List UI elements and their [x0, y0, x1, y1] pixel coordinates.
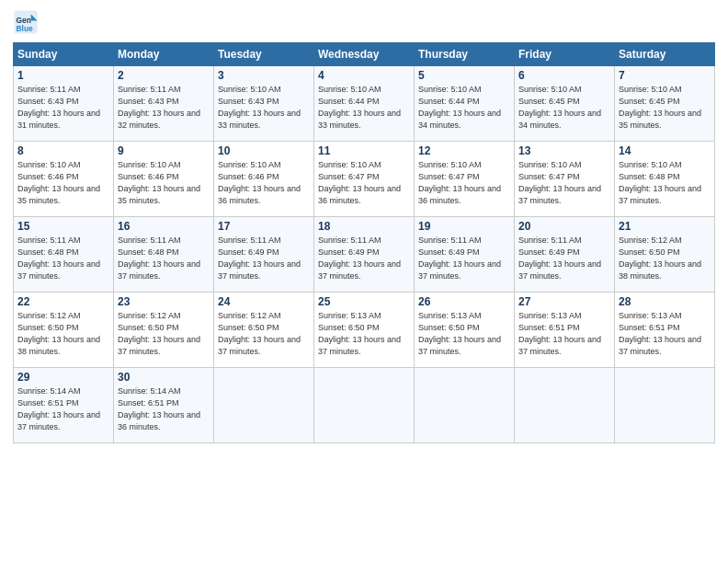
calendar-day-8: 8Sunrise: 5:10 AMSunset: 6:46 PMDaylight… [14, 142, 114, 217]
calendar-day-3: 3Sunrise: 5:10 AMSunset: 6:43 PMDaylight… [214, 66, 314, 142]
calendar-day-30: 30Sunrise: 5:14 AMSunset: 6:51 PMDayligh… [114, 368, 214, 443]
day-number: 7 [619, 69, 711, 82]
day-info: Sunrise: 5:12 AMSunset: 6:50 PMDaylight:… [118, 310, 210, 358]
calendar-week-2: 8Sunrise: 5:10 AMSunset: 6:46 PMDaylight… [14, 142, 715, 217]
calendar-day-29: 29Sunrise: 5:14 AMSunset: 6:51 PMDayligh… [14, 368, 114, 443]
calendar-day-18: 18Sunrise: 5:11 AMSunset: 6:49 PMDayligh… [314, 217, 415, 293]
calendar-day-25: 25Sunrise: 5:13 AMSunset: 6:50 PMDayligh… [314, 293, 415, 368]
day-number: 19 [418, 220, 510, 233]
day-number: 1 [17, 69, 109, 82]
day-number: 9 [118, 144, 210, 157]
day-number: 18 [318, 220, 410, 233]
empty-day [214, 368, 314, 443]
day-info: Sunrise: 5:11 AMSunset: 6:43 PMDaylight:… [17, 84, 109, 132]
calendar-week-3: 15Sunrise: 5:11 AMSunset: 6:48 PMDayligh… [14, 217, 715, 293]
day-number: 30 [118, 371, 210, 384]
day-info: Sunrise: 5:11 AMSunset: 6:49 PMDaylight:… [518, 235, 610, 282]
weekday-thursday: Thursday [415, 43, 515, 66]
day-number: 15 [17, 220, 109, 233]
day-number: 2 [118, 69, 210, 82]
day-number: 4 [318, 69, 410, 82]
day-info: Sunrise: 5:13 AMSunset: 6:51 PMDaylight:… [619, 310, 711, 358]
calendar-day-14: 14Sunrise: 5:10 AMSunset: 6:48 PMDayligh… [615, 142, 715, 217]
calendar-day-6: 6Sunrise: 5:10 AMSunset: 6:45 PMDaylight… [515, 66, 615, 142]
calendar-day-7: 7Sunrise: 5:10 AMSunset: 6:45 PMDaylight… [615, 66, 715, 142]
empty-day [615, 368, 715, 443]
calendar-day-20: 20Sunrise: 5:11 AMSunset: 6:49 PMDayligh… [515, 217, 615, 293]
day-info: Sunrise: 5:10 AMSunset: 6:46 PMDaylight:… [218, 159, 310, 207]
day-number: 21 [619, 220, 711, 233]
day-number: 12 [418, 144, 510, 157]
day-info: Sunrise: 5:10 AMSunset: 6:44 PMDaylight:… [318, 84, 410, 132]
calendar-week-1: 1Sunrise: 5:11 AMSunset: 6:43 PMDaylight… [14, 66, 715, 142]
day-number: 11 [318, 144, 410, 157]
day-info: Sunrise: 5:11 AMSunset: 6:49 PMDaylight:… [318, 235, 410, 282]
logo-icon: Gen Blue [13, 9, 39, 35]
weekday-monday: Monday [114, 43, 214, 66]
calendar-table: SundayMondayTuesdayWednesdayThursdayFrid… [13, 42, 715, 443]
weekday-header-row: SundayMondayTuesdayWednesdayThursdayFrid… [14, 43, 715, 66]
svg-text:Blue: Blue [17, 24, 33, 33]
weekday-tuesday: Tuesday [214, 43, 314, 66]
calendar-day-23: 23Sunrise: 5:12 AMSunset: 6:50 PMDayligh… [114, 293, 214, 368]
calendar-day-12: 12Sunrise: 5:10 AMSunset: 6:47 PMDayligh… [415, 142, 515, 217]
day-info: Sunrise: 5:10 AMSunset: 6:47 PMDaylight:… [518, 159, 610, 207]
calendar-day-27: 27Sunrise: 5:13 AMSunset: 6:51 PMDayligh… [515, 293, 615, 368]
day-info: Sunrise: 5:10 AMSunset: 6:45 PMDaylight:… [518, 84, 610, 132]
day-number: 3 [218, 69, 310, 82]
day-number: 25 [318, 295, 410, 308]
calendar-day-13: 13Sunrise: 5:10 AMSunset: 6:47 PMDayligh… [515, 142, 615, 217]
calendar-day-22: 22Sunrise: 5:12 AMSunset: 6:50 PMDayligh… [14, 293, 114, 368]
day-number: 16 [118, 220, 210, 233]
logo: Gen Blue [13, 9, 42, 35]
day-info: Sunrise: 5:10 AMSunset: 6:47 PMDaylight:… [318, 159, 410, 207]
calendar-day-4: 4Sunrise: 5:10 AMSunset: 6:44 PMDaylight… [314, 66, 415, 142]
calendar-day-1: 1Sunrise: 5:11 AMSunset: 6:43 PMDaylight… [14, 66, 114, 142]
day-info: Sunrise: 5:10 AMSunset: 6:43 PMDaylight:… [218, 84, 310, 132]
day-info: Sunrise: 5:10 AMSunset: 6:48 PMDaylight:… [619, 159, 711, 207]
day-info: Sunrise: 5:12 AMSunset: 6:50 PMDaylight:… [218, 310, 310, 358]
day-number: 27 [518, 295, 610, 308]
day-number: 24 [218, 295, 310, 308]
day-number: 5 [418, 69, 510, 82]
day-number: 23 [118, 295, 210, 308]
day-info: Sunrise: 5:10 AMSunset: 6:46 PMDaylight:… [118, 159, 210, 207]
day-info: Sunrise: 5:11 AMSunset: 6:48 PMDaylight:… [118, 235, 210, 282]
calendar-day-16: 16Sunrise: 5:11 AMSunset: 6:48 PMDayligh… [114, 217, 214, 293]
day-info: Sunrise: 5:10 AMSunset: 6:46 PMDaylight:… [17, 159, 109, 207]
weekday-sunday: Sunday [14, 43, 114, 66]
day-info: Sunrise: 5:11 AMSunset: 6:49 PMDaylight:… [218, 235, 310, 282]
day-info: Sunrise: 5:11 AMSunset: 6:49 PMDaylight:… [418, 235, 510, 282]
day-info: Sunrise: 5:10 AMSunset: 6:44 PMDaylight:… [418, 84, 510, 132]
day-info: Sunrise: 5:11 AMSunset: 6:43 PMDaylight:… [118, 84, 210, 132]
weekday-friday: Friday [515, 43, 615, 66]
day-info: Sunrise: 5:10 AMSunset: 6:45 PMDaylight:… [619, 84, 711, 132]
day-info: Sunrise: 5:11 AMSunset: 6:48 PMDaylight:… [17, 235, 109, 282]
calendar-week-5: 29Sunrise: 5:14 AMSunset: 6:51 PMDayligh… [14, 368, 715, 443]
calendar-day-21: 21Sunrise: 5:12 AMSunset: 6:50 PMDayligh… [615, 217, 715, 293]
day-number: 29 [17, 371, 109, 384]
calendar-day-26: 26Sunrise: 5:13 AMSunset: 6:50 PMDayligh… [415, 293, 515, 368]
weekday-wednesday: Wednesday [314, 43, 415, 66]
calendar-day-19: 19Sunrise: 5:11 AMSunset: 6:49 PMDayligh… [415, 217, 515, 293]
calendar-day-10: 10Sunrise: 5:10 AMSunset: 6:46 PMDayligh… [214, 142, 314, 217]
header: Gen Blue [13, 9, 715, 35]
calendar-day-5: 5Sunrise: 5:10 AMSunset: 6:44 PMDaylight… [415, 66, 515, 142]
day-number: 17 [218, 220, 310, 233]
day-info: Sunrise: 5:14 AMSunset: 6:51 PMDaylight:… [17, 385, 109, 433]
day-number: 26 [418, 295, 510, 308]
calendar-day-17: 17Sunrise: 5:11 AMSunset: 6:49 PMDayligh… [214, 217, 314, 293]
calendar-day-9: 9Sunrise: 5:10 AMSunset: 6:46 PMDaylight… [114, 142, 214, 217]
empty-day [415, 368, 515, 443]
day-number: 20 [518, 220, 610, 233]
empty-day [314, 368, 415, 443]
day-info: Sunrise: 5:10 AMSunset: 6:47 PMDaylight:… [418, 159, 510, 207]
day-number: 13 [518, 144, 610, 157]
day-number: 14 [619, 144, 711, 157]
calendar-day-28: 28Sunrise: 5:13 AMSunset: 6:51 PMDayligh… [615, 293, 715, 368]
calendar-day-11: 11Sunrise: 5:10 AMSunset: 6:47 PMDayligh… [314, 142, 415, 217]
day-info: Sunrise: 5:12 AMSunset: 6:50 PMDaylight:… [619, 235, 711, 282]
day-number: 22 [17, 295, 109, 308]
day-number: 6 [518, 69, 610, 82]
day-info: Sunrise: 5:13 AMSunset: 6:50 PMDaylight:… [318, 310, 410, 358]
